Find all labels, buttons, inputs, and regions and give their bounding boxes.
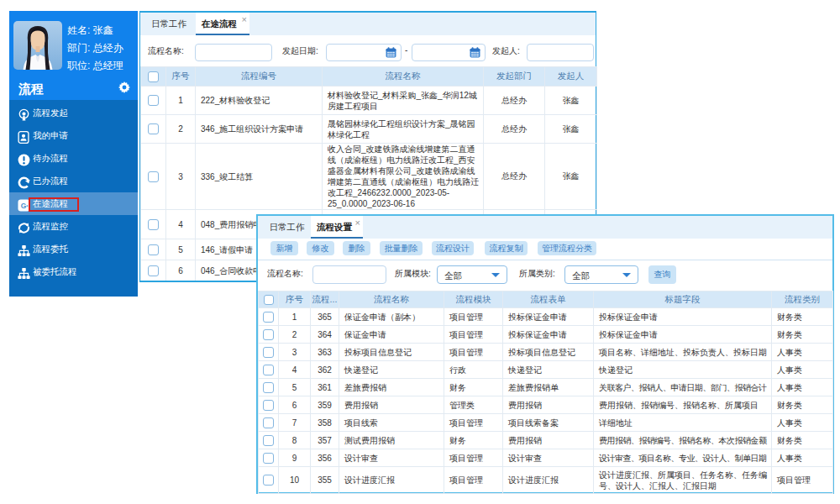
svg-text:G: G [21, 202, 27, 210]
